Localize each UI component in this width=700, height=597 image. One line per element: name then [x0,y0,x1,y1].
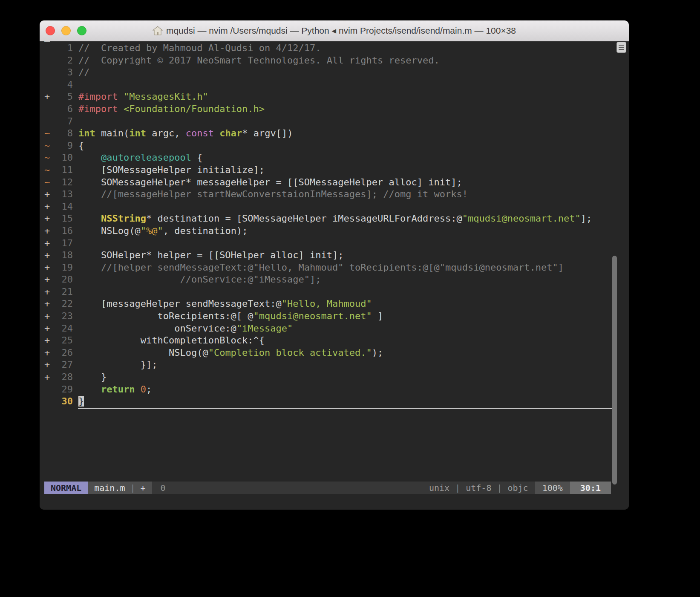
code-token [78,384,101,395]
code-token: //[helper sendMessageText:@"Hello, Mahmo… [78,262,564,273]
line-text: NSLog(@"%@", destination); [78,225,248,237]
status-counter: 0 [152,482,174,494]
line-text: NSString* destination = [SOMessageHelper… [78,213,592,225]
line-number: 5 [56,91,73,103]
code-token: #import [78,91,118,102]
gutter-sign [44,55,56,67]
code-token: { [78,140,84,151]
code-line[interactable]: ~9{ [44,140,629,152]
code-token: [SOMessageHelper initialize]; [78,164,265,175]
line-number: 12 [56,176,73,189]
code-line[interactable]: +23 toRecipients:@[ @"mqudsi@neosmart.ne… [44,310,629,323]
line-number: 29 [56,384,73,396]
code-token: , destination); [163,225,248,236]
code-token: int [78,128,95,138]
code-line[interactable]: +28 } [44,371,629,384]
gutter-sign [44,384,56,396]
code-line[interactable]: +25 withCompletionBlock:^{ [44,335,629,347]
code-line[interactable]: 4 [44,79,629,91]
line-number: 19 [56,262,73,274]
line-text: withCompletionBlock:^{ [78,335,265,347]
code-line[interactable]: 3// [44,66,629,79]
code-token: <Foundation/Foundation.h> [124,104,265,114]
code-line[interactable]: +19 //[helper sendMessageText:@"Hello, M… [44,262,629,274]
line-number: 23 [56,310,73,323]
code-line[interactable]: +15 NSString* destination = [SOMessageHe… [44,213,629,225]
line-number: 9 [56,140,73,152]
line-text: } [78,395,84,408]
code-token: const [186,128,214,138]
terminal-window: mqudsi — nvim /Users/mqudsi — Python ◂ n… [40,20,629,510]
code-line[interactable]: +22 [messageHelper sendMessageText:@"Hel… [44,298,629,310]
code-line[interactable]: ~12 SOMessageHelper* messageHelper = [[S… [44,176,629,189]
close-button[interactable] [46,26,55,35]
code-token: }]; [78,359,157,370]
code-line[interactable]: ~10 @autoreleasepool { [44,152,629,164]
code-token: ); [372,347,383,358]
home-folder-icon [153,26,163,35]
code-area[interactable]: ‾1// Created by Mahmoud Al-Qudsi on 4/12… [44,42,629,408]
traffic-lights [46,26,86,35]
gutter-sign: ~ [44,164,56,176]
gutter-sign: + [44,371,56,384]
code-line[interactable]: 6#import <Foundation/Foundation.h> [44,103,629,115]
gutter-sign: + [44,359,56,371]
line-number: 13 [56,188,73,201]
code-line[interactable]: +26 NSLog(@"Completion block activated."… [44,347,629,359]
code-token: " [157,225,163,236]
gutter-sign [44,79,56,91]
gutter-sign [44,395,56,408]
code-line[interactable]: +20 //onService:@"iMessage"]; [44,274,629,286]
code-token: %@ [146,225,158,236]
code-line[interactable]: +27 }]; [44,359,629,371]
code-line[interactable]: +21 [44,286,629,298]
code-token: SOMessageHelper* messageHelper = [[SOMes… [78,177,462,187]
code-line[interactable]: +18 SOHelper* helper = [[SOHelper alloc]… [44,249,629,262]
code-token: withCompletionBlock:^{ [78,335,265,346]
code-line[interactable]: +13 //[messageHelper startNewConverstaio… [44,188,629,201]
code-line[interactable]: 29 return 0; [44,384,629,396]
zoom-button[interactable] [77,26,86,35]
code-line[interactable]: ‾1// Created by Mahmoud Al-Qudsi on 4/12… [44,42,629,55]
code-line[interactable]: ~11 [SOMessageHelper initialize]; [44,164,629,176]
line-text: @autoreleasepool { [78,152,202,164]
filename-segment: main.m | + [88,482,152,494]
line-number: 6 [56,103,73,115]
code-line[interactable]: +17 [44,237,629,250]
line-number: 4 [56,79,73,91]
code-token: "mqudsi@neosmart.net" [253,311,372,321]
code-token: SOHelper* helper = [[SOHelper alloc] ini… [78,250,344,260]
line-text: SOMessageHelper* messageHelper = [[SOMes… [78,176,462,189]
titlebar[interactable]: mqudsi — nvim /Users/mqudsi — Python ◂ n… [40,20,629,41]
code-line[interactable]: 30} [44,395,629,408]
gutter-sign: + [44,323,56,335]
line-number: 14 [56,201,73,213]
gutter-sign: + [44,286,56,298]
statusline-spacer [174,482,422,494]
line-text: int main(int argc, const char* argv[]) [78,127,293,140]
minimize-button[interactable] [61,26,71,35]
code-line[interactable]: +14 [44,201,629,213]
code-line[interactable]: 2// Copyright © 2017 NeoSmart Technologi… [44,55,629,67]
line-number: 18 [56,249,73,262]
gutter-sign [44,115,56,128]
line-text: }]; [78,359,157,371]
scrollback-indicator-icon[interactable] [616,42,626,53]
line-number: 11 [56,164,73,176]
code-line[interactable]: ~8int main(int argc, const char* argv[]) [44,127,629,140]
line-number: 20 [56,274,73,286]
code-token: NSString [101,213,146,224]
segment-separator: | [455,483,460,493]
line-number: 3 [56,66,73,79]
code-token: ] [372,311,383,321]
code-line[interactable]: +16 NSLog(@"%@", destination); [44,225,629,237]
code-token: "MessagesKit.h" [124,91,208,102]
scroll-percent: 100% [535,482,570,494]
code-line[interactable]: +5#import "MessagesKit.h" [44,91,629,103]
code-line[interactable]: 7 [44,115,629,128]
gutter-sign: + [44,188,56,201]
code-token: [messageHelper sendMessageText:@ [78,298,282,309]
code-line[interactable]: +24 onService:@"iMessage" [44,323,629,335]
scrollbar-thumb[interactable] [612,256,617,485]
line-number: 15 [56,213,73,225]
